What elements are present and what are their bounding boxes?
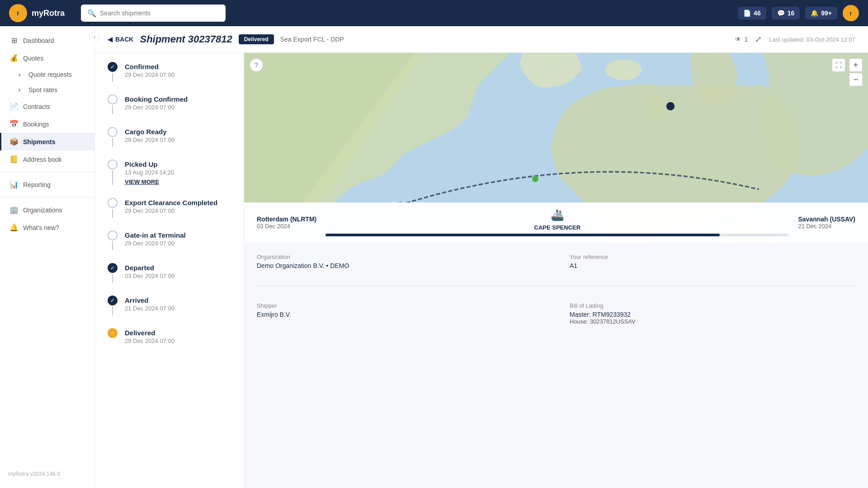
topnav-right: 📄 46 💬 16 🔔 99+ r: [738, 5, 859, 21]
timeline-dot-departed: ✓: [108, 263, 118, 273]
logo-icon: r: [9, 4, 27, 22]
sidebar-item-quotes[interactable]: 💰 Quotes: [0, 49, 94, 67]
shipment-number: 30237812: [188, 33, 232, 45]
sidebar-label-spot-rates: Spot rates: [28, 86, 57, 94]
timeline-time-arrived: 21 Dec 2024 07:00: [125, 305, 231, 312]
timeline-label-delivered: Delivered: [125, 329, 231, 337]
organization-detail: Organization Demo Organization B.V. • DE…: [257, 253, 542, 269]
view-count-number: 1: [744, 36, 748, 43]
view-more-button[interactable]: VIEW MORE: [125, 178, 231, 185]
logo[interactable]: r myRotra: [9, 4, 65, 22]
timeline-time-delivered: 29 Dec 2024 07:00: [125, 338, 231, 344]
sidebar-item-dashboard[interactable]: ⊞ Dashboard: [0, 32, 94, 49]
shipper-detail: Shipper Exmijro B.V.: [257, 302, 542, 325]
timeline-left-delivered: ✓: [108, 328, 118, 344]
timeline-dot-booking: [108, 94, 118, 104]
route-middle: 🚢 CAPE SPENCER: [316, 209, 798, 236]
bill-of-lading-house: House: 30237812USSAV: [570, 318, 855, 325]
eye-icon: 👁: [735, 36, 741, 43]
destination-port-date: 21 Dec 2024: [798, 223, 855, 230]
timeline-item-booking-confirmed: Booking Confirmed 29 Dec 2024 07:00: [108, 94, 231, 114]
last-updated-text: Last updated: 03-Oct-2024 12:07: [769, 36, 855, 43]
timeline-time-export: 29 Dec 2024 07:00: [125, 207, 231, 214]
sidebar-item-whats-new[interactable]: 🔔 What's new?: [0, 219, 94, 236]
organizations-icon: 🏢: [9, 206, 19, 214]
map-zoom-in-button[interactable]: +: [849, 58, 863, 72]
search-bar[interactable]: 🔍: [81, 5, 226, 22]
timeline-dot-arrived: ✓: [108, 296, 118, 305]
map-help-button[interactable]: ?: [250, 58, 263, 72]
timeline-dot-gate: [108, 230, 118, 240]
sidebar-item-shipments[interactable]: 📦 Shipments: [0, 133, 94, 150]
timeline-content-booking: Booking Confirmed 29 Dec 2024 07:00: [125, 94, 231, 114]
shipment-header: ◀ BACK Shipment 30237812 Delivered Sea E…: [95, 26, 868, 53]
share-button[interactable]: ⤢: [755, 34, 762, 44]
search-icon: 🔍: [87, 9, 96, 18]
timeline-dot-cargo: [108, 127, 118, 137]
sidebar-item-contracts[interactable]: 📄 Contracts: [0, 98, 94, 115]
header-right: 👁 1 ⤢ Last updated: 03-Oct-2024 12:07: [735, 34, 855, 44]
content-area: ◀ BACK Shipment 30237812 Delivered Sea E…: [95, 26, 868, 488]
status-badge: Delivered: [239, 34, 274, 44]
sidebar-item-bookings[interactable]: 📅 Bookings: [0, 115, 94, 133]
timeline-line-booking: [112, 105, 113, 114]
destination-port-name: Savannah (USSAV): [798, 216, 855, 223]
documents-badge[interactable]: 📄 46: [738, 7, 766, 19]
sidebar-item-address-book[interactable]: 📒 Address book: [0, 150, 94, 168]
organization-label: Organization: [257, 253, 542, 260]
timeline-line-arrived: [112, 306, 113, 315]
timeline-line-gate: [112, 241, 113, 250]
split-area: ✓ Confirmed 29 Dec 2024 07:00: [95, 53, 868, 488]
address-book-icon: 📒: [9, 155, 19, 164]
svg-point-1: [605, 60, 642, 80]
timeline-item-delivered: ✓ Delivered 29 Dec 2024 07:00: [108, 328, 231, 344]
your-reference-label: Your reference: [570, 253, 855, 260]
timeline-content-confirmed: Confirmed 29 Dec 2024 07:00: [125, 62, 231, 82]
your-reference-detail: Your reference A1: [570, 253, 855, 269]
sidebar-label-contracts: Contracts: [23, 103, 50, 110]
timeline-time-gate: 29 Dec 2024 07:00: [125, 240, 231, 247]
shipment-type: Sea Export FCL - DDP: [280, 36, 344, 43]
timeline-line-cargo: [112, 138, 113, 147]
map-zoom-out-button[interactable]: −: [849, 73, 863, 86]
timeline-label-booking: Booking Confirmed: [125, 95, 231, 103]
sidebar-label-whats-new: What's new?: [23, 224, 59, 231]
timeline-item-confirmed: ✓ Confirmed 29 Dec 2024 07:00: [108, 62, 231, 82]
notifications-badge[interactable]: 🔔 99+: [805, 7, 837, 19]
timeline-dot-delivered: ✓: [108, 328, 118, 338]
timeline-item-cargo-ready: Cargo Ready 29 Dec 2024 07:00: [108, 127, 231, 147]
documents-count: 46: [754, 9, 761, 17]
messages-badge[interactable]: 💬 16: [772, 7, 800, 19]
sidebar-item-spot-rates[interactable]: › Spot rates: [9, 82, 94, 98]
sidebar-sub-quotes: › Quote requests › Spot rates: [0, 67, 94, 98]
bookings-icon: 📅: [9, 120, 19, 128]
timeline-content-gate: Gate-in at Terminal 29 Dec 2024 07:00: [125, 230, 231, 250]
search-input[interactable]: [100, 9, 219, 17]
origin-port-name: Rotterdam (NLRTM): [257, 216, 316, 223]
details-grid: Organization Demo Organization B.V. • DE…: [257, 253, 855, 325]
timeline-dot-picked: [108, 160, 118, 169]
reporting-icon: 📊: [9, 180, 19, 189]
user-avatar[interactable]: r: [843, 5, 859, 21]
sidebar-label-shipments: Shipments: [23, 138, 56, 145]
sidebar-item-organizations[interactable]: 🏢 Organizations: [0, 201, 94, 219]
logo-text: myRotra: [32, 9, 65, 18]
shipments-icon: 📦: [9, 137, 19, 146]
documents-icon: 📄: [743, 9, 751, 17]
view-count: 👁 1: [735, 36, 748, 43]
sidebar-item-quote-requests[interactable]: › Quote requests: [9, 67, 94, 82]
shipment-title-text: Shipment: [140, 33, 185, 45]
whats-new-icon: 🔔: [9, 223, 19, 232]
map-fullscreen-button[interactable]: ⛶: [832, 58, 845, 72]
vessel-name: CAPE SPENCER: [534, 224, 581, 231]
sidebar-item-reporting[interactable]: 📊 Reporting: [0, 176, 94, 193]
sidebar-label-quote-requests: Quote requests: [28, 71, 72, 78]
bell-icon: 🔔: [811, 9, 818, 17]
origin-port: Rotterdam (NLRTM) 03 Dec 2024: [257, 216, 316, 230]
svg-point-4: [532, 176, 538, 182]
sidebar-divider-2: [0, 197, 94, 197]
back-button[interactable]: ◀ BACK: [108, 36, 133, 43]
sidebar-collapse-button[interactable]: ‹: [89, 32, 100, 42]
timeline-left-booking: [108, 94, 118, 114]
timeline-item-arrived: ✓ Arrived 21 Dec 2024 07:00: [108, 296, 231, 315]
